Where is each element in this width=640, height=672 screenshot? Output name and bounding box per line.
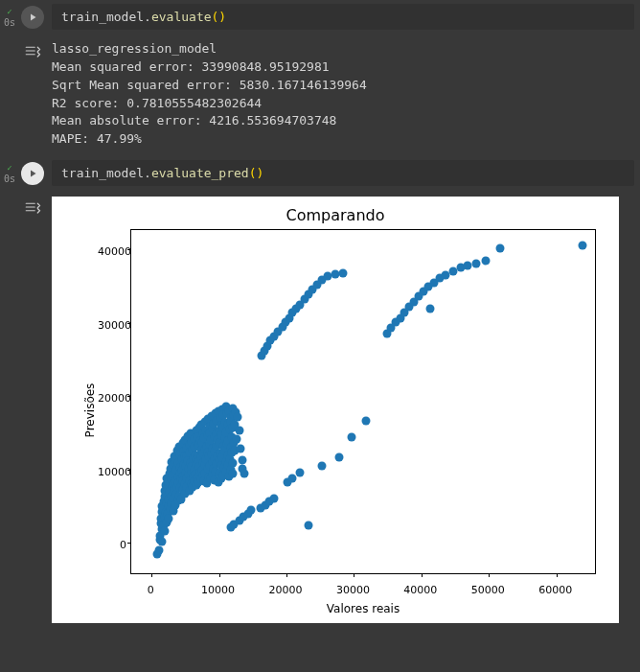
- chart-point: [247, 506, 256, 515]
- chart-ylabel: Previsões: [83, 382, 97, 437]
- chart-point: [578, 242, 586, 250]
- chart-point: [471, 259, 480, 267]
- chart-xtick: 0: [148, 584, 154, 596]
- output-toggle-icon[interactable]: [21, 40, 44, 59]
- chart-point: [237, 444, 245, 452]
- chart-point: [229, 459, 238, 468]
- chart-output: Comparando Previsões Valores reais 01000…: [52, 197, 619, 623]
- chart-xtick: 20000: [269, 584, 303, 596]
- chart-point: [482, 256, 491, 265]
- code-cell-2: ✓ 0s train_model.evaluate_pred(): [0, 156, 640, 191]
- chart-point: [347, 433, 355, 442]
- chart-point: [165, 515, 173, 523]
- chart-point: [240, 469, 248, 477]
- chart-ytick: 40000: [98, 245, 126, 258]
- chart-ytick: 0: [98, 539, 126, 551]
- run-cell-button[interactable]: [21, 162, 44, 185]
- chart-ytick: 10000: [98, 465, 126, 477]
- chart-point: [318, 462, 327, 471]
- play-icon: [27, 168, 38, 179]
- chart-xtick: 50000: [471, 584, 505, 596]
- code-token: evaluate_pred: [151, 166, 249, 180]
- code-token: evaluate: [151, 10, 212, 24]
- chart-point: [232, 434, 240, 443]
- code-token: train_model: [61, 166, 144, 180]
- chart-point: [362, 416, 371, 425]
- chart-title: Comparando: [52, 206, 619, 224]
- chart-point: [158, 538, 167, 546]
- check-icon: ✓: [7, 164, 11, 173]
- play-icon: [27, 12, 38, 23]
- chart-point: [339, 268, 348, 277]
- chart-plot-area: [130, 229, 596, 574]
- chart-point: [426, 304, 435, 313]
- chart-xtick: 40000: [403, 584, 437, 596]
- cell-output-1: lasso_regression_model Mean squared erro…: [0, 35, 640, 156]
- chart-point: [154, 546, 163, 555]
- cell-output-2: Comparando Previsões Valores reais 01000…: [0, 191, 640, 631]
- chart-xlabel: Valores reais: [130, 602, 596, 615]
- chart-ytick: 20000: [98, 392, 126, 405]
- run-cell-button[interactable]: [21, 6, 44, 29]
- cell-gutter: ✓ 0s: [0, 160, 19, 184]
- code-token: train_model: [61, 10, 144, 24]
- cell-gutter: ✓ 0s: [0, 4, 19, 28]
- exec-time: 0s: [4, 174, 15, 184]
- chart-point: [228, 469, 237, 477]
- chart-point: [269, 494, 278, 502]
- chart-xtick: 10000: [201, 584, 235, 596]
- chart-point: [296, 469, 305, 477]
- check-icon: ✓: [7, 8, 11, 16]
- code-input[interactable]: train_model.evaluate_pred(): [52, 160, 634, 186]
- output-toggle-icon[interactable]: [21, 197, 44, 216]
- chart-ytick: 30000: [98, 318, 126, 331]
- chart-point: [235, 427, 243, 435]
- code-input[interactable]: train_model.evaluate(): [52, 4, 634, 30]
- chart-point: [234, 412, 242, 421]
- chart-point: [495, 243, 504, 252]
- chart-point: [160, 527, 169, 536]
- chart-point: [238, 456, 246, 465]
- chart-point: [287, 475, 296, 483]
- code-cell-1: ✓ 0s train_model.evaluate(): [0, 0, 640, 35]
- chart-point: [463, 262, 471, 270]
- chart-xtick: 60000: [538, 584, 572, 596]
- exec-time: 0s: [4, 18, 15, 28]
- chart-point: [305, 521, 313, 530]
- chart-xtick: 30000: [336, 584, 370, 596]
- chart-point: [334, 453, 343, 462]
- output-text: lasso_regression_model Mean squared erro…: [52, 38, 367, 149]
